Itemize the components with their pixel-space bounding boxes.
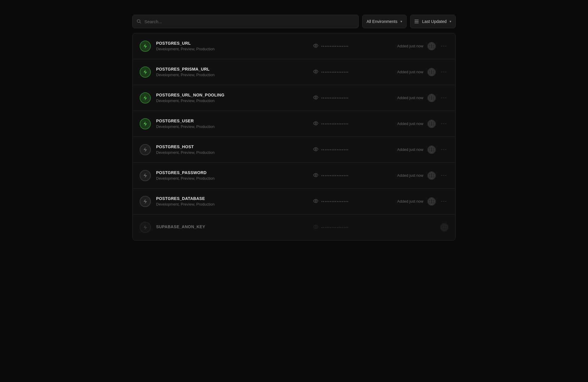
timestamp-postgres-url: Added just now xyxy=(397,44,423,48)
env-tags-postgres-password: Development, Preview, Production xyxy=(156,176,313,181)
sort-filter-dropdown[interactable]: Last Updated ▾ xyxy=(410,15,456,28)
search-input[interactable] xyxy=(144,19,354,24)
eye-icon-postgres-prisma-url[interactable] xyxy=(313,69,318,75)
env-icon-postgres-host xyxy=(140,144,151,155)
more-button-postgres-host[interactable]: ··· xyxy=(440,145,448,154)
secret-area-postgres-url: •••••••••••••••• xyxy=(313,44,384,49)
avatar-postgres-host xyxy=(427,146,436,154)
more-button-postgres-url-non-pooling[interactable]: ··· xyxy=(440,94,448,102)
search-icon xyxy=(137,19,141,24)
svg-point-38 xyxy=(315,174,317,176)
secret-area-supabase-anon-key: •••••••••••••••• xyxy=(313,225,384,230)
env-row-postgres-url-non-pooling[interactable]: POSTGRES_URL_NON_POOLING Development, Pr… xyxy=(133,85,455,111)
more-button-postgres-database[interactable]: ··· xyxy=(440,197,448,206)
svg-line-1 xyxy=(140,22,141,24)
right-area-postgres-prisma-url: Added just now ··· xyxy=(384,68,448,76)
env-name-postgres-url-non-pooling: POSTGRES_URL_NON_POOLING xyxy=(156,93,313,97)
avatar-postgres-user xyxy=(427,120,436,128)
env-tags-postgres-host: Development, Preview, Production xyxy=(156,150,313,155)
env-info-postgres-user: POSTGRES_USER Development, Preview, Prod… xyxy=(156,119,313,129)
env-tags-postgres-url-non-pooling: Development, Preview, Production xyxy=(156,99,313,103)
env-icon-postgres-user xyxy=(140,118,151,129)
env-row-postgres-user[interactable]: POSTGRES_USER Development, Preview, Prod… xyxy=(133,111,455,137)
eye-icon-postgres-user[interactable] xyxy=(313,121,318,126)
search-wrapper[interactable] xyxy=(132,15,359,28)
secret-dots-postgres-url-non-pooling: •••••••••••••••• xyxy=(321,96,349,100)
secret-dots-postgres-prisma-url: •••••••••••••••• xyxy=(321,70,349,74)
env-info-postgres-url: POSTGRES_URL Development, Preview, Produ… xyxy=(156,41,313,51)
more-button-postgres-password[interactable]: ··· xyxy=(440,171,448,180)
secret-dots-supabase-anon-key: •••••••••••••••• xyxy=(321,226,349,229)
env-tags-postgres-database: Development, Preview, Production xyxy=(156,202,313,206)
env-icon-postgres-password xyxy=(140,170,151,181)
right-area-postgres-user: Added just now ··· xyxy=(384,119,448,128)
timestamp-postgres-url-non-pooling: Added just now xyxy=(397,96,423,100)
secret-area-postgres-database: •••••••••••••••• xyxy=(313,199,384,204)
env-info-postgres-database: POSTGRES_DATABASE Development, Preview, … xyxy=(156,196,313,206)
env-row-postgres-host[interactable]: POSTGRES_HOST Development, Preview, Prod… xyxy=(133,137,455,163)
env-icon-postgres-url xyxy=(140,41,151,52)
eye-icon-postgres-host[interactable] xyxy=(313,147,318,152)
chevron-down-icon: ▾ xyxy=(400,19,402,24)
env-row-postgres-database[interactable]: POSTGRES_DATABASE Development, Preview, … xyxy=(133,189,455,214)
env-info-supabase-anon-key: SUPABASE_ANON_KEY xyxy=(156,224,313,230)
right-area-postgres-url: Added just now ··· xyxy=(384,42,448,50)
secret-dots-postgres-url: •••••••••••••••• xyxy=(321,44,349,48)
env-icon-postgres-prisma-url xyxy=(140,66,151,78)
timestamp-postgres-database: Added just now xyxy=(397,199,423,203)
svg-marker-16 xyxy=(143,96,147,100)
env-name-supabase-anon-key: SUPABASE_ANON_KEY xyxy=(156,224,313,229)
chevron-down-icon-sort: ▾ xyxy=(450,19,451,24)
more-button-postgres-user[interactable]: ··· xyxy=(440,119,448,128)
avatar-postgres-password xyxy=(427,171,436,180)
secret-dots-postgres-database: •••••••••••••••• xyxy=(321,200,349,203)
timestamp-postgres-host: Added just now xyxy=(397,147,423,152)
env-icon-supabase-anon-key xyxy=(140,222,151,233)
secret-dots-postgres-password: •••••••••••••••• xyxy=(321,174,349,177)
environment-filter-dropdown[interactable]: All Environments ▾ xyxy=(362,15,407,28)
secret-dots-postgres-user: •••••••••••••••• xyxy=(321,122,349,126)
svg-marker-30 xyxy=(143,147,147,152)
env-row-postgres-password[interactable]: POSTGRES_PASSWORD Development, Preview, … xyxy=(133,163,455,189)
env-list: POSTGRES_URL Development, Preview, Produ… xyxy=(132,33,456,241)
env-row-postgres-url[interactable]: POSTGRES_URL Development, Preview, Produ… xyxy=(133,33,455,59)
secret-area-postgres-prisma-url: •••••••••••••••• xyxy=(313,69,384,75)
more-button-postgres-url[interactable]: ··· xyxy=(440,42,448,50)
svg-marker-37 xyxy=(143,173,147,178)
sort-lines-icon xyxy=(415,20,419,23)
eye-icon-postgres-database[interactable] xyxy=(313,199,318,204)
svg-point-24 xyxy=(315,123,317,124)
eye-icon-postgres-url-non-pooling[interactable] xyxy=(313,95,318,101)
env-row-supabase-anon-key[interactable]: SUPABASE_ANON_KEY •••••••••••••••• xyxy=(133,214,455,240)
timestamp-postgres-user: Added just now xyxy=(397,121,423,126)
timestamp-postgres-password: Added just now xyxy=(397,173,423,178)
env-name-postgres-user: POSTGRES_USER xyxy=(156,119,313,123)
svg-marker-23 xyxy=(143,121,147,126)
environment-filter-label: All Environments xyxy=(367,19,397,24)
env-row-postgres-prisma-url[interactable]: POSTGRES_PRISMA_URL Development, Preview… xyxy=(133,59,455,85)
env-tags-postgres-url: Development, Preview, Production xyxy=(156,47,313,51)
eye-icon-postgres-password[interactable] xyxy=(313,173,318,178)
avatar-postgres-prisma-url xyxy=(427,68,436,76)
svg-marker-51 xyxy=(143,225,147,230)
eye-icon-postgres-url[interactable] xyxy=(313,44,318,49)
env-name-postgres-password: POSTGRES_PASSWORD xyxy=(156,170,313,175)
env-name-postgres-url: POSTGRES_URL xyxy=(156,41,313,46)
secret-area-postgres-host: •••••••••••••••• xyxy=(313,147,384,152)
right-area-postgres-host: Added just now ··· xyxy=(384,145,448,154)
avatar-postgres-url-non-pooling xyxy=(427,94,436,102)
secret-area-postgres-password: •••••••••••••••• xyxy=(313,173,384,178)
secret-area-postgres-url-non-pooling: •••••••••••••••• xyxy=(313,95,384,101)
env-name-postgres-database: POSTGRES_DATABASE xyxy=(156,196,313,201)
svg-marker-44 xyxy=(143,199,147,204)
more-button-postgres-prisma-url[interactable]: ··· xyxy=(440,68,448,76)
svg-point-10 xyxy=(315,71,317,72)
env-tags-postgres-prisma-url: Development, Preview, Production xyxy=(156,73,313,77)
timestamp-postgres-prisma-url: Added just now xyxy=(397,70,423,74)
env-info-postgres-host: POSTGRES_HOST Development, Preview, Prod… xyxy=(156,144,313,155)
svg-point-52 xyxy=(315,226,317,228)
eye-icon-supabase-anon-key xyxy=(313,225,318,230)
env-info-postgres-password: POSTGRES_PASSWORD Development, Preview, … xyxy=(156,170,313,181)
svg-marker-9 xyxy=(143,70,147,74)
env-info-postgres-prisma-url: POSTGRES_PRISMA_URL Development, Preview… xyxy=(156,67,313,77)
